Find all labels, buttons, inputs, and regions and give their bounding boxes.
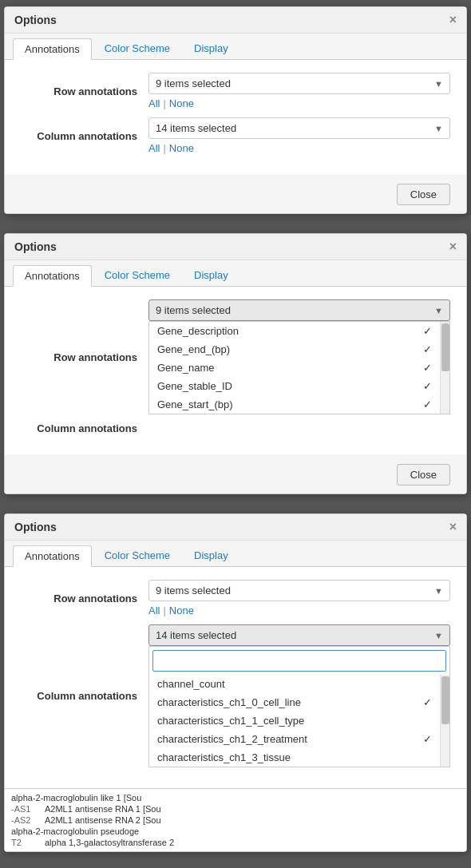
col-annotations-none-1[interactable]: None bbox=[169, 142, 194, 154]
row-dropdown-scrollwrap-2: Gene_description ✓ Gene_end_(bp) ✓ Gene_… bbox=[149, 322, 449, 414]
dropdown-item-gene-stable[interactable]: Gene_stable_ID ✓ bbox=[149, 377, 440, 395]
col-annotations-row-3: Column annotations 14 items selected ▼ c… bbox=[21, 624, 450, 767]
row-annotations-none-3[interactable]: None bbox=[169, 604, 194, 616]
row-annotations-arrow-2: ▼ bbox=[434, 306, 443, 315]
dialog-3-header: Options × bbox=[5, 514, 466, 541]
col-annotations-select-3[interactable]: 14 items selected ▼ bbox=[148, 624, 450, 646]
dialog-2-close-x[interactable]: × bbox=[449, 240, 457, 253]
dialog-3-close-x[interactable]: × bbox=[449, 521, 457, 533]
row-annotations-value-3: 9 items selected bbox=[156, 585, 231, 597]
dialog-1-close-button[interactable]: Close bbox=[397, 184, 450, 205]
separator-2 bbox=[0, 501, 471, 507]
dropdown-item-gene-desc[interactable]: Gene_description ✓ bbox=[149, 322, 440, 340]
item-check-ch1-treatment: ✓ bbox=[423, 733, 432, 745]
row-annotations-select-2[interactable]: 9 items selected ▼ bbox=[148, 299, 450, 321]
row-annotations-all-1[interactable]: All bbox=[148, 97, 160, 109]
tab-display-3[interactable]: Display bbox=[183, 545, 239, 566]
dropdown-item-gene-start[interactable]: Gene_start_(bp) ✓ bbox=[149, 395, 440, 414]
item-check-gene-end: ✓ bbox=[423, 343, 432, 355]
item-check-gene-stable: ✓ bbox=[423, 380, 432, 392]
tab-annotations-2[interactable]: Annotations bbox=[13, 265, 92, 287]
col-annotations-control-1: 14 items selected ▼ All | None bbox=[148, 117, 450, 154]
tab-display-2[interactable]: Display bbox=[183, 265, 239, 286]
bg-text-pseudo: alpha-2-macroglobulin pseudoge bbox=[11, 826, 139, 836]
row-annotations-all-3[interactable]: All bbox=[148, 604, 160, 616]
item-label-ch1-cell-type: characteristics_ch1_1_cell_type bbox=[157, 715, 304, 727]
dialog-1-close-x[interactable]: × bbox=[449, 14, 457, 26]
item-check-gene-start: ✓ bbox=[423, 398, 432, 410]
dialog-3: Options × Annotations Color Scheme Displ… bbox=[4, 513, 467, 852]
col-dropdown-scrollwrap-3: channel_count characteristics_ch1_0_cell… bbox=[149, 675, 449, 767]
dropdown-item-channel-count[interactable]: channel_count bbox=[149, 675, 440, 693]
dialog-3-body: Row annotations 9 items selected ▼ All |… bbox=[5, 567, 466, 788]
row-annotations-label-2: Row annotations bbox=[21, 351, 148, 363]
item-label-gene-name: Gene_name bbox=[157, 362, 215, 374]
dropdown-item-gene-name[interactable]: Gene_name ✓ bbox=[149, 359, 440, 377]
col-dropdown-scrollbar-3[interactable] bbox=[440, 675, 449, 767]
bg-text-alpha: alpha-2-macroglobulin like 1 [Sou bbox=[11, 793, 141, 803]
row-annotations-all-none-1: All | None bbox=[148, 97, 450, 109]
col-annotations-row-1: Column annotations 14 items selected ▼ A… bbox=[21, 117, 450, 154]
dialog-2-footer: Close bbox=[5, 455, 466, 493]
row-annotations-control-2: 9 items selected ▼ Gene_description ✓ Ge… bbox=[148, 299, 450, 414]
separator-1 bbox=[0, 220, 471, 227]
row-dropdown-list-2: Gene_description ✓ Gene_end_(bp) ✓ Gene_… bbox=[149, 322, 440, 414]
row-annotations-sep-3: | bbox=[163, 604, 165, 616]
dialog-3-tab-bar: Annotations Color Scheme Display bbox=[5, 541, 466, 567]
dropdown-item-gene-end[interactable]: Gene_end_(bp) ✓ bbox=[149, 340, 440, 359]
row-annotations-value-1: 9 items selected bbox=[156, 77, 231, 89]
col-dropdown-search-3[interactable] bbox=[152, 650, 446, 672]
bg-row-1: alpha-2-macroglobulin like 1 [Sou bbox=[11, 792, 460, 803]
dialog-2-close-button[interactable]: Close bbox=[397, 464, 450, 486]
row-annotations-select-3[interactable]: 9 items selected ▼ bbox=[148, 580, 450, 601]
row-annotations-row-3: Row annotations 9 items selected ▼ All |… bbox=[21, 580, 450, 616]
row-dropdown-scrollbar-2[interactable] bbox=[440, 322, 449, 414]
col-annotations-all-1[interactable]: All bbox=[148, 142, 160, 154]
item-label-ch1-cell-line: characteristics_ch1_0_cell_line bbox=[157, 696, 301, 708]
bg-row-2: -AS1 A2ML1 antisense RNA 1 [Sou bbox=[11, 803, 460, 814]
row-annotations-dropdown-2: Gene_description ✓ Gene_end_(bp) ✓ Gene_… bbox=[148, 321, 450, 414]
scrollbar-thumb-2 bbox=[441, 323, 449, 371]
dialog-1-body: Row annotations 9 items selected ▼ All |… bbox=[5, 60, 466, 175]
row-annotations-control-1: 9 items selected ▼ All | None bbox=[148, 73, 450, 109]
tab-display-1[interactable]: Display bbox=[183, 38, 239, 59]
dropdown-item-ch1-treatment[interactable]: characteristics_ch1_2_treatment ✓ bbox=[149, 730, 440, 748]
dialog-2-body: Row annotations 9 items selected ▼ Gene_… bbox=[5, 287, 466, 455]
tab-annotations-1[interactable]: Annotations bbox=[13, 38, 92, 60]
row-annotations-select-1[interactable]: 9 items selected ▼ bbox=[148, 73, 450, 94]
bg-text-as1: A2ML1 antisense RNA 1 [Sou bbox=[45, 804, 161, 814]
item-label-channel-count: channel_count bbox=[157, 678, 225, 690]
tab-color-scheme-2[interactable]: Color Scheme bbox=[93, 265, 181, 286]
tab-annotations-3[interactable]: Annotations bbox=[13, 545, 92, 567]
dropdown-item-ch1-tissue[interactable]: characteristics_ch1_3_tissue bbox=[149, 748, 440, 767]
row-annotations-sep-1: | bbox=[163, 97, 165, 109]
dialog-3-title: Options bbox=[14, 521, 57, 533]
row-annotations-arrow-1: ▼ bbox=[434, 79, 443, 89]
dialog-1-header: Options × bbox=[5, 7, 466, 34]
dialog-2-title: Options bbox=[14, 240, 57, 253]
dropdown-item-ch1-cell-line[interactable]: characteristics_ch1_0_cell_line ✓ bbox=[149, 693, 440, 711]
col-annotations-value-1: 14 items selected bbox=[156, 122, 236, 134]
bg-text-as2: A2ML1 antisense RNA 2 [Sou bbox=[45, 815, 161, 825]
item-label-ch1-tissue: characteristics_ch1_3_tissue bbox=[157, 751, 291, 763]
bg-label-as2: -AS2 bbox=[11, 815, 40, 825]
col-scrollbar-thumb-3 bbox=[441, 676, 449, 724]
item-label-gene-end: Gene_end_(bp) bbox=[157, 343, 230, 355]
col-dropdown-list-3: channel_count characteristics_ch1_0_cell… bbox=[149, 675, 440, 767]
col-annotations-row-2: Column annotations bbox=[21, 422, 450, 434]
col-annotations-control-3: 14 items selected ▼ channel_count bbox=[148, 624, 450, 767]
dialog-2: Options × Annotations Color Scheme Displ… bbox=[4, 233, 467, 494]
row-annotations-none-1[interactable]: None bbox=[169, 97, 194, 109]
bg-text-t2: alpha 1,3-galactosyltransferase 2 bbox=[45, 838, 174, 847]
bg-row-3: -AS2 A2ML1 antisense RNA 2 [Sou bbox=[11, 814, 460, 826]
bg-row-5: T2 alpha 1,3-galactosyltransferase 2 bbox=[11, 837, 460, 848]
dialog-1: Options × Annotations Color Scheme Displ… bbox=[4, 6, 467, 214]
tab-color-scheme-1[interactable]: Color Scheme bbox=[93, 38, 181, 59]
tab-color-scheme-3[interactable]: Color Scheme bbox=[93, 545, 181, 566]
row-annotations-all-none-3: All | None bbox=[148, 604, 450, 616]
col-annotations-label-1: Column annotations bbox=[21, 130, 148, 142]
item-label-gene-desc: Gene_description bbox=[157, 325, 239, 337]
item-check-ch1-cell-line: ✓ bbox=[423, 696, 432, 708]
col-annotations-select-1[interactable]: 14 items selected ▼ bbox=[148, 117, 450, 139]
dropdown-item-ch1-cell-type[interactable]: characteristics_ch1_1_cell_type bbox=[149, 711, 440, 730]
